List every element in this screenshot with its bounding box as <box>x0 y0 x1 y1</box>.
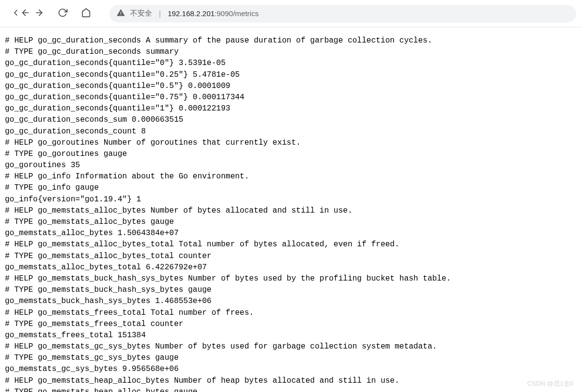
metrics-output: # HELP go_gc_duration_seconds A summary … <box>0 27 582 392</box>
reload-icon <box>58 8 67 20</box>
arrow-left-icon <box>11 8 21 20</box>
url-path: :9090/metrics <box>215 9 259 18</box>
home-button[interactable] <box>76 4 96 23</box>
back-button[interactable] <box>6 4 25 23</box>
address-divider: | <box>159 9 161 18</box>
home-icon <box>81 8 91 20</box>
url-host: 192.168.2.201 <box>168 9 215 18</box>
watermark: CSDN @思1念0 <box>527 379 573 388</box>
arrow-right-icon <box>34 8 44 20</box>
reload-button[interactable] <box>53 4 72 23</box>
warning-icon <box>116 8 125 19</box>
security-label: 不安全 <box>130 9 152 18</box>
address-bar[interactable]: 不安全 | 192.168.2.201:9090/metrics <box>110 5 576 22</box>
url-text: 192.168.2.201:9090/metrics <box>168 9 259 18</box>
forward-button[interactable] <box>29 4 49 23</box>
browser-toolbar: 不安全 | 192.168.2.201:9090/metrics <box>0 0 582 27</box>
